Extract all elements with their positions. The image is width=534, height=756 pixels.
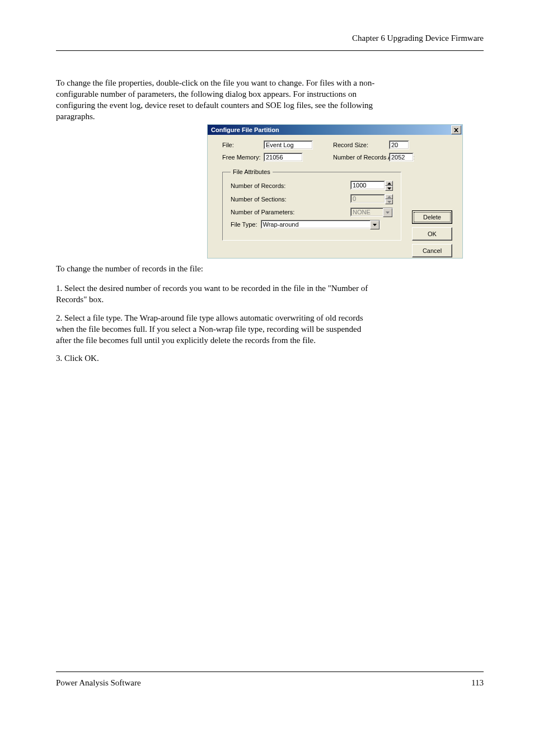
chevron-up-icon (387, 196, 391, 198)
chevron-down-icon (387, 187, 391, 190)
delete-button[interactable]: Delete (412, 210, 452, 224)
num-sections-down (385, 199, 393, 204)
header-rule (56, 50, 484, 51)
num-sections-value: 0 (350, 194, 385, 203)
close-icon (454, 128, 458, 132)
num-params-label: Number of Parameters: (231, 209, 294, 215)
footer-rule (56, 672, 484, 672)
dialog-button-column: Delete OK Cancel (412, 210, 452, 257)
dialog-body: File: Event Log Free Memory: 21056 Recor… (208, 135, 462, 258)
page-header: Chapter 6 Upgrading Device Firmware (352, 34, 484, 43)
file-type-label: File Type: (231, 221, 257, 228)
file-field: Event Log (264, 140, 313, 149)
file-type-value[interactable]: Wrap-around (261, 220, 380, 229)
record-size-field: 20 (389, 140, 409, 149)
file-label: File: (222, 142, 260, 148)
num-records-value[interactable]: 1000 (350, 181, 385, 190)
close-button[interactable] (451, 125, 461, 134)
paragraph-line: configurable number of parameters, the f… (56, 88, 481, 100)
list-item-line: after the file becomes full until you ex… (56, 335, 481, 346)
num-records-up[interactable] (385, 181, 393, 186)
ok-button[interactable]: OK (412, 227, 452, 241)
chevron-down-icon (373, 224, 377, 226)
paragraph-line: configuring the event log, device reset … (56, 100, 481, 111)
record-size-label: Record Size: (333, 142, 386, 148)
chevron-down-icon (387, 201, 391, 203)
chevron-up-icon (387, 182, 391, 185)
free-memory-field: 21056 (264, 153, 303, 162)
num-records-down[interactable] (385, 186, 393, 191)
num-sections-label: Number of Sections: (231, 196, 287, 203)
list-item-line: 1. Select the desired number of records … (56, 283, 481, 294)
page: Chapter 6 Upgrading Device Firmware To c… (0, 0, 534, 756)
list-item-line: Records" box. (56, 294, 481, 305)
cancel-button[interactable]: Cancel (412, 244, 452, 257)
footer-left: Power Analysis Software (56, 678, 141, 688)
free-memory-label: Free Memory: (222, 154, 260, 161)
dialog-title: Configure File Partition (211, 126, 279, 133)
records-available-label: Number of Records Available: (333, 154, 386, 161)
paragraph-line: paragraphs. (56, 111, 481, 122)
list-item-line: 3. Click OK. (56, 353, 481, 364)
list-item-line: 2. Select a file type. The Wrap-around f… (56, 312, 481, 323)
configure-file-partition-dialog: Configure File Partition File: Event Log… (207, 124, 463, 259)
file-type-combo[interactable]: Wrap-around (261, 220, 380, 229)
file-attributes-legend: File Attributes (231, 168, 273, 175)
chevron-down-icon (386, 212, 390, 214)
num-params-combo: NONE (350, 208, 393, 217)
num-params-dropdown-button (383, 208, 392, 217)
dialog-titlebar[interactable]: Configure File Partition (208, 125, 462, 135)
num-records-label: Number of Records: (231, 182, 285, 189)
footer-page-number: 113 (471, 678, 484, 688)
num-sections-up (385, 194, 393, 199)
file-attributes-group: File Attributes Number of Records: 1000 … (222, 168, 401, 241)
num-records-spinner[interactable]: 1000 (350, 181, 393, 191)
num-sections-spinner: 0 (350, 194, 393, 204)
file-type-dropdown-button[interactable] (370, 220, 380, 229)
list-item-line: when the file becomes full. If you selec… (56, 323, 481, 335)
paragraph-line: To change the number of records in the f… (56, 263, 481, 274)
paragraph-line: To change the file properties, double-cl… (56, 77, 481, 88)
records-available-field: 2052 (389, 153, 414, 162)
